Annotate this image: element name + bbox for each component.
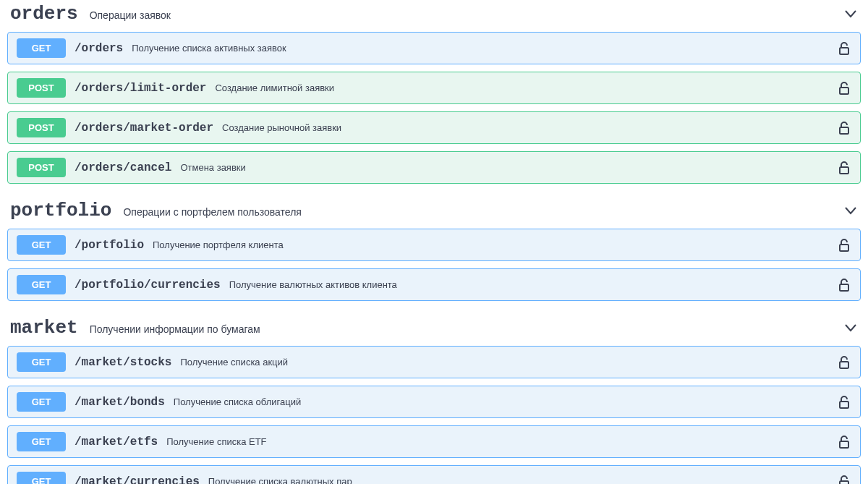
chevron-down-icon bbox=[843, 203, 858, 218]
svg-rect-6 bbox=[840, 362, 848, 368]
operation-path: /market/stocks bbox=[75, 356, 171, 369]
section-desc-orders: Операции заявок bbox=[90, 9, 171, 21]
operation-market-bonds[interactable]: GET /market/bonds Получение списка облиг… bbox=[7, 386, 861, 418]
operation-portfolio[interactable]: GET /portfolio Получение портфеля клиент… bbox=[7, 229, 861, 261]
section-header-orders[interactable]: orders Операции заявок bbox=[7, 0, 861, 32]
operation-summary: Получение списка активных заявок bbox=[132, 43, 286, 54]
svg-rect-5 bbox=[840, 284, 848, 291]
section-header-left: market Получении информации по бумагам bbox=[10, 317, 260, 339]
operation-orders-market-order[interactable]: POST /orders/market-order Создание рыноч… bbox=[7, 111, 861, 144]
operation-path: /orders bbox=[75, 42, 123, 55]
section-header-left: orders Операции заявок bbox=[10, 3, 171, 25]
section-market: market Получении информации по бумагам G… bbox=[7, 314, 861, 484]
method-badge-get: GET bbox=[17, 275, 66, 294]
operation-summary: Получение списка акций bbox=[180, 357, 288, 368]
method-badge-post: POST bbox=[17, 158, 66, 177]
operation-market-stocks[interactable]: GET /market/stocks Получение списка акци… bbox=[7, 346, 861, 378]
svg-rect-0 bbox=[840, 48, 848, 54]
operation-portfolio-currencies[interactable]: GET /portfolio/currencies Получение валю… bbox=[7, 268, 861, 301]
operation-market-etfs[interactable]: GET /market/etfs Получение списка ETF bbox=[7, 425, 861, 458]
section-orders: orders Операции заявок GET /orders Получ… bbox=[7, 0, 861, 184]
section-desc-portfolio: Операции с портфелем пользователя bbox=[123, 206, 302, 218]
method-badge-get: GET bbox=[17, 38, 66, 58]
unlock-icon[interactable] bbox=[838, 396, 850, 409]
operation-orders[interactable]: GET /orders Получение списка активных за… bbox=[7, 32, 861, 64]
unlock-icon[interactable] bbox=[838, 356, 850, 369]
svg-rect-4 bbox=[840, 245, 848, 251]
method-badge-get: GET bbox=[17, 352, 66, 372]
method-badge-get: GET bbox=[17, 432, 66, 451]
operation-summary: Получение списка валютных пар bbox=[208, 476, 352, 484]
operation-summary: Получение списка ETF bbox=[166, 436, 266, 447]
operation-orders-cancel[interactable]: POST /orders/cancel Отмена заявки bbox=[7, 151, 861, 184]
section-header-market[interactable]: market Получении информации по бумагам bbox=[7, 314, 861, 346]
operation-path: /portfolio bbox=[75, 239, 144, 252]
section-name-market: market bbox=[10, 317, 78, 339]
operation-market-currencies[interactable]: GET /market/currencies Получение списка … bbox=[7, 465, 861, 484]
operation-summary: Получение портфеля клиента bbox=[153, 239, 284, 250]
operation-path: /orders/cancel bbox=[75, 161, 171, 174]
chevron-down-icon bbox=[843, 7, 858, 21]
unlock-icon[interactable] bbox=[838, 279, 850, 292]
svg-rect-9 bbox=[840, 481, 848, 485]
operation-summary: Отмена заявки bbox=[180, 162, 245, 173]
svg-rect-1 bbox=[840, 88, 848, 94]
operation-path: /market/bonds bbox=[75, 396, 165, 409]
unlock-icon[interactable] bbox=[838, 239, 850, 252]
operation-summary: Получение валютных активов клиента bbox=[229, 279, 397, 290]
method-badge-get: GET bbox=[17, 235, 66, 255]
method-badge-post: POST bbox=[17, 118, 66, 137]
section-desc-market: Получении информации по бумагам bbox=[90, 323, 260, 335]
svg-rect-3 bbox=[840, 167, 848, 174]
chevron-down-icon bbox=[843, 320, 858, 335]
operation-path: /market/currencies bbox=[75, 475, 200, 485]
operation-path: /orders/market-order bbox=[75, 122, 213, 135]
operation-orders-limit-order[interactable]: POST /orders/limit-order Создание лимитн… bbox=[7, 72, 861, 104]
section-header-portfolio[interactable]: portfolio Операции с портфелем пользоват… bbox=[7, 197, 861, 229]
unlock-icon[interactable] bbox=[838, 82, 850, 95]
unlock-icon[interactable] bbox=[838, 436, 850, 449]
operation-summary: Создание рыночной заявки bbox=[222, 122, 341, 133]
operation-summary: Создание лимитной заявки bbox=[215, 82, 334, 93]
section-name-portfolio: portfolio bbox=[10, 200, 111, 221]
svg-rect-2 bbox=[840, 127, 848, 134]
operation-path: /orders/limit-order bbox=[75, 82, 206, 95]
operation-path: /market/etfs bbox=[75, 436, 158, 449]
unlock-icon[interactable] bbox=[838, 42, 850, 55]
unlock-icon[interactable] bbox=[838, 475, 850, 485]
method-badge-get: GET bbox=[17, 392, 66, 412]
method-badge-post: POST bbox=[17, 78, 66, 98]
method-badge-get: GET bbox=[17, 472, 66, 484]
section-header-left: portfolio Операции с портфелем пользоват… bbox=[10, 200, 302, 221]
section-portfolio: portfolio Операции с портфелем пользоват… bbox=[7, 197, 861, 301]
unlock-icon[interactable] bbox=[838, 161, 850, 174]
operation-path: /portfolio/currencies bbox=[75, 279, 221, 292]
operation-summary: Получение списка облигаций bbox=[174, 396, 301, 407]
section-name-orders: orders bbox=[10, 3, 78, 25]
svg-rect-7 bbox=[840, 402, 848, 408]
svg-rect-8 bbox=[840, 441, 848, 448]
unlock-icon[interactable] bbox=[838, 122, 850, 135]
